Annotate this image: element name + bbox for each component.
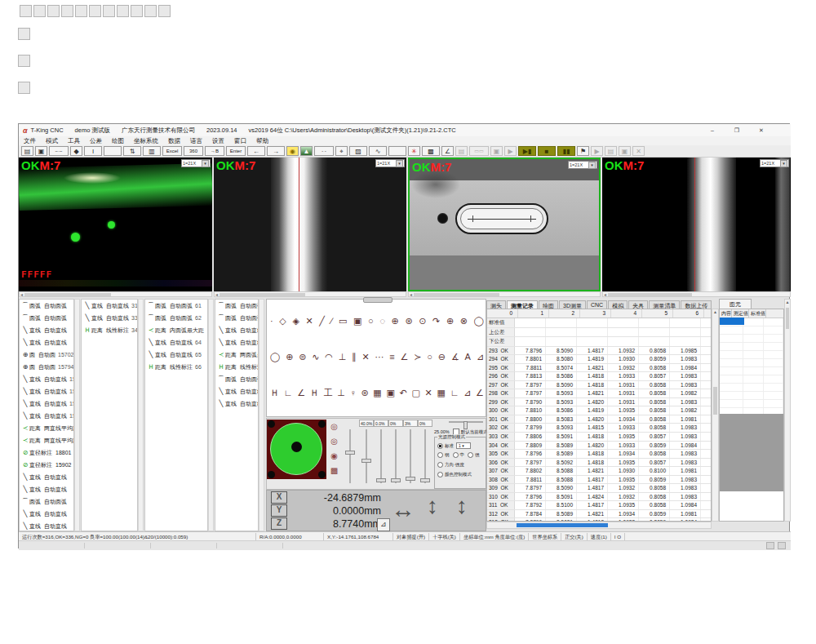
tool-icon[interactable]: ▣ — [386, 388, 394, 398]
tool-icon[interactable]: ◠ — [325, 352, 333, 362]
feature-row[interactable]: ╲ 直线 自动直线 — [20, 483, 73, 495]
radio-low[interactable] — [437, 452, 443, 458]
tool-icon[interactable]: ∡ — [451, 352, 459, 362]
menu-item[interactable]: 工具 — [63, 137, 85, 145]
feature-row[interactable]: ╲ 直线 自动直线 — [20, 508, 73, 520]
speed-indicator[interactable]: 速度(1) — [588, 533, 611, 540]
spec-row[interactable]: 下公差 — [487, 337, 711, 347]
feature-row[interactable]: ≺ 距离 内圆弧最大距 — [145, 324, 207, 336]
result-row[interactable]: 311 OK 7.8792 8.5100 1.4817 1.0935 0.805… — [487, 501, 711, 510]
tool-icon[interactable]: ⊙ — [419, 316, 426, 326]
result-row[interactable]: 304 OK 7.8809 8.5089 1.4820 1.0933 0.805… — [487, 442, 711, 451]
desktop-icon[interactable] — [18, 55, 30, 67]
toolbar-button[interactable]: ▥ — [143, 146, 161, 156]
camera-scrollbar[interactable]: ◄ — [408, 291, 601, 297]
tool-icon[interactable]: Ｈ — [310, 388, 319, 398]
results-tab[interactable]: 测头 — [486, 300, 506, 309]
feature-row[interactable]: ⌒ 圆弧 自动圆弧 62 — [145, 312, 207, 324]
object-snap-toggle[interactable]: 对象捕捉(开) — [393, 533, 429, 540]
tool-icon[interactable]: ∕ — [331, 316, 333, 326]
feature-row[interactable]: Ｈ 距离 线性标注 34 — [82, 324, 137, 336]
feature-row[interactable]: ╲ 直线 自动直线 64 — [145, 336, 207, 349]
menu-item[interactable]: 设置 — [207, 137, 229, 145]
feature-row[interactable]: ╲ 直线 自动直线 — [20, 471, 73, 483]
menu-item[interactable]: 坐标系统 — [129, 137, 163, 145]
camera-zoom-select[interactable]: 1=21X▾ — [568, 161, 597, 169]
radio-mid[interactable] — [453, 452, 459, 458]
axis-chart-button[interactable]: ⊿ — [377, 518, 390, 531]
tool-icon[interactable]: ◇ — [279, 316, 286, 326]
camera-zoom-select[interactable]: 1=21X▾ — [760, 159, 789, 167]
jog-z-arrow[interactable]: ↕ — [456, 493, 468, 519]
feature-row[interactable]: ╲ 直线 自动直线 — [20, 336, 73, 349]
feature-row[interactable]: ⌒ 圆弧 自动圆弧 57 — [215, 373, 258, 385]
results-tab[interactable]: 测量清单 — [649, 300, 680, 309]
tool-icon[interactable]: ∟ — [450, 388, 459, 398]
feature-row[interactable]: ⊕ 圆 自动圆 15794 — [20, 361, 73, 373]
tool-icon[interactable]: ✕ — [361, 352, 369, 362]
result-row[interactable]: 294 OK 7.8801 8.5080 1.4819 1.0930 0.805… — [487, 355, 711, 364]
toolbar-button[interactable]: ▩ — [422, 146, 440, 156]
tool-icon[interactable]: ◯ — [270, 352, 280, 362]
tool-icon[interactable]: ⊿ — [477, 352, 484, 362]
tool-icon[interactable]: ⊥ — [337, 388, 345, 398]
light-slider[interactable]: 0% — [418, 420, 432, 488]
tool-icon[interactable]: Ｈ — [270, 388, 279, 398]
tool-icon[interactable]: ⊗ — [460, 316, 468, 326]
ortho-toggle[interactable]: 正交(关) — [561, 533, 588, 540]
results-tab[interactable]: 3D测量 — [559, 300, 586, 309]
toolbar-button[interactable]: ⚑ — [577, 146, 589, 156]
tool-icon[interactable]: ◌ — [379, 316, 385, 326]
feature-row[interactable]: ╲ 直线 自动直线 15 — [20, 398, 73, 410]
toolbar-button[interactable]: ∠ — [441, 146, 454, 156]
toolbar-button[interactable]: ◉ — [286, 146, 299, 156]
tool-icon[interactable]: ▦ — [373, 388, 381, 398]
menu-item[interactable]: 帮助 — [251, 137, 273, 145]
toolbar-button[interactable]: 360 — [184, 146, 203, 156]
spec-row[interactable]: 标准值 — [487, 318, 711, 328]
desktop-icon[interactable] — [33, 5, 46, 17]
results-tab[interactable]: CNC — [587, 300, 607, 309]
tool-icon[interactable]: ⊕ — [392, 316, 399, 326]
tool-icon[interactable]: ∟ — [284, 388, 293, 398]
result-row[interactable]: 295 OK 7.8811 8.5074 1.4821 1.0932 0.805… — [487, 364, 711, 373]
toolbar-button[interactable]: ▶▮ — [518, 146, 536, 156]
result-row[interactable]: 305 OK 7.8796 8.5089 1.4818 1.0934 0.805… — [487, 450, 711, 459]
tool-icon[interactable]: ≡ — [389, 352, 394, 362]
result-row[interactable]: 301 OK 7.8800 8.5083 1.4820 1.0934 0.805… — [487, 415, 711, 424]
feature-row[interactable]: ⌒ 圆弧 自动圆弧 — [20, 312, 73, 324]
result-row[interactable]: 298 OK 7.8797 8.5093 1.4821 1.0931 0.805… — [487, 389, 711, 398]
toolbar-button[interactable]: ▨ — [349, 146, 367, 156]
splitter-handle[interactable] — [363, 297, 392, 303]
close-button[interactable]: ✕ — [755, 126, 768, 135]
toolbar-button[interactable] — [104, 146, 122, 156]
feature-row[interactable]: ⊘ 直径标注 18801 — [20, 446, 73, 459]
feature-row[interactable]: ⊕ 圆 自动圆 15702 — [20, 349, 73, 361]
tool-icon[interactable]: ⊕ — [286, 352, 293, 362]
radio-color[interactable] — [437, 472, 443, 477]
menu-item[interactable]: 文件 — [19, 137, 41, 145]
feature-row[interactable]: ╲ 直线 自动直线 31 — [82, 300, 137, 312]
selected-element-cell[interactable] — [720, 318, 744, 325]
tool-icon[interactable]: 工 — [323, 388, 332, 398]
radio-direction[interactable] — [437, 462, 443, 468]
desktop-icon[interactable] — [103, 5, 115, 17]
elements-tab[interactable]: 图元 — [719, 299, 752, 309]
elements-panel[interactable]: 内容测定值标准值 — [719, 309, 784, 522]
tool-icon[interactable]: ⊖ — [438, 352, 446, 362]
camera-view-4[interactable]: OKM:7 1=21X▾ — [602, 158, 791, 291]
toolbar-button[interactable] — [388, 146, 406, 156]
feature-row[interactable]: ⊘ 直径标注 15902 — [20, 459, 73, 471]
feature-list-scrollbar[interactable] — [259, 299, 264, 531]
feature-row[interactable]: ⌒ 圆弧 自动圆弧 61 — [145, 300, 207, 312]
tool-icon[interactable]: ♀ — [349, 388, 356, 398]
light-slider[interactable]: 0.0% — [374, 420, 388, 488]
result-row[interactable]: 296 OK 7.8813 8.5086 1.4818 1.0933 0.805… — [487, 372, 711, 381]
tool-icon[interactable]: ↶ — [400, 388, 407, 398]
feature-row[interactable]: ╲ 直线 自动直线 54 — [215, 336, 258, 349]
status-icon[interactable] — [766, 542, 774, 549]
feature-row[interactable]: ⌒ 圆弧 自动圆弧 51 — [215, 300, 258, 312]
tool-icon[interactable]: ∠ — [401, 352, 409, 362]
feature-row[interactable]: ╲ 直线 自动直线 15 — [20, 385, 73, 398]
io-indicator[interactable]: I O — [611, 533, 625, 540]
